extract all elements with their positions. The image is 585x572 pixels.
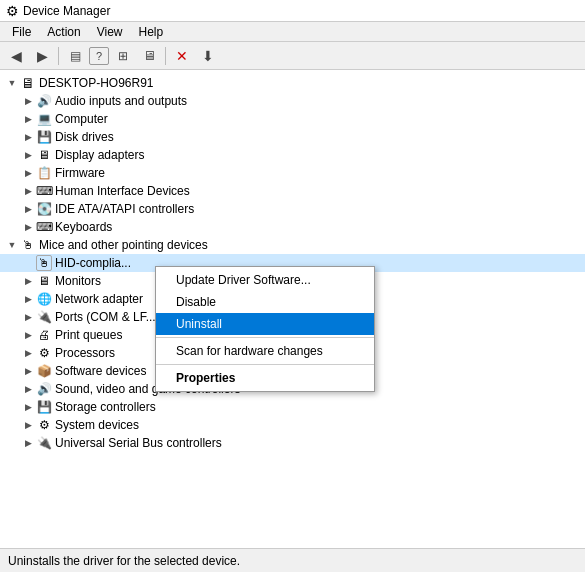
software-expand[interactable]: ▶ bbox=[20, 363, 36, 379]
processors-icon: ⚙ bbox=[36, 345, 52, 361]
network-label: Network adapter bbox=[55, 292, 143, 306]
menu-bar: File Action View Help bbox=[0, 22, 585, 42]
audio-expand[interactable]: ▶ bbox=[20, 93, 36, 109]
menu-action[interactable]: Action bbox=[39, 23, 88, 41]
hid-icon: ⌨ bbox=[36, 183, 52, 199]
title-bar-icon: ⚙ bbox=[6, 3, 19, 19]
keyboards-icon: ⌨ bbox=[36, 219, 52, 235]
toolbar-separator-2 bbox=[165, 47, 166, 65]
diskdrives-expand[interactable]: ▶ bbox=[20, 129, 36, 145]
toolbar-help[interactable]: ? bbox=[89, 47, 109, 65]
usb-expand[interactable]: ▶ bbox=[20, 435, 36, 451]
toolbar-separator-1 bbox=[58, 47, 59, 65]
printqueues-label: Print queues bbox=[55, 328, 122, 342]
ideata-expand[interactable]: ▶ bbox=[20, 201, 36, 217]
firmware-expand[interactable]: ▶ bbox=[20, 165, 36, 181]
display-icon: 🖥 bbox=[36, 147, 52, 163]
mice-expand[interactable]: ▼ bbox=[4, 237, 20, 253]
processors-label: Processors bbox=[55, 346, 115, 360]
root-label: DESKTOP-HO96R91 bbox=[39, 76, 154, 90]
root-expand[interactable]: ▼ bbox=[4, 75, 20, 91]
monitors-icon: 🖥 bbox=[36, 273, 52, 289]
tree-root[interactable]: ▼ 🖥 DESKTOP-HO96R91 bbox=[0, 74, 585, 92]
keyboards-expand[interactable]: ▶ bbox=[20, 219, 36, 235]
toolbar-grid[interactable]: ⊞ bbox=[111, 45, 135, 67]
context-update[interactable]: Update Driver Software... bbox=[156, 269, 374, 291]
title-bar-title: Device Manager bbox=[23, 4, 110, 18]
context-properties[interactable]: Properties bbox=[156, 367, 374, 389]
usb-label: Universal Serial Bus controllers bbox=[55, 436, 222, 450]
computer-expand[interactable]: ▶ bbox=[20, 111, 36, 127]
context-separator-2 bbox=[156, 364, 374, 365]
status-text: Uninstalls the driver for the selected d… bbox=[8, 554, 240, 568]
network-expand[interactable]: ▶ bbox=[20, 291, 36, 307]
ideata-icon: 💽 bbox=[36, 201, 52, 217]
ports-icon: 🔌 bbox=[36, 309, 52, 325]
toolbar-forward[interactable]: ▶ bbox=[30, 45, 54, 67]
toolbar-monitor[interactable]: 🖥 bbox=[137, 45, 161, 67]
network-icon: 🌐 bbox=[36, 291, 52, 307]
tree-item-audio[interactable]: ▶ 🔊 Audio inputs and outputs bbox=[0, 92, 585, 110]
monitors-label: Monitors bbox=[55, 274, 101, 288]
tree-item-storage[interactable]: ▶ 💾 Storage controllers bbox=[0, 398, 585, 416]
audio-label: Audio inputs and outputs bbox=[55, 94, 187, 108]
systemdevices-icon: ⚙ bbox=[36, 417, 52, 433]
tree-item-firmware[interactable]: ▶ 📋 Firmware bbox=[0, 164, 585, 182]
context-scan[interactable]: Scan for hardware changes bbox=[156, 340, 374, 362]
mice-icon: 🖱 bbox=[20, 237, 36, 253]
display-expand[interactable]: ▶ bbox=[20, 147, 36, 163]
display-label: Display adapters bbox=[55, 148, 144, 162]
main-content: ▼ 🖥 DESKTOP-HO96R91 ▶ 🔊 Audio inputs and… bbox=[0, 70, 585, 548]
ports-expand[interactable]: ▶ bbox=[20, 309, 36, 325]
hid-compliant-icon: 🖱 bbox=[36, 255, 52, 271]
tree-item-keyboards[interactable]: ▶ ⌨ Keyboards bbox=[0, 218, 585, 236]
toolbar-back[interactable]: ◀ bbox=[4, 45, 28, 67]
firmware-icon: 📋 bbox=[36, 165, 52, 181]
context-uninstall[interactable]: Uninstall bbox=[156, 313, 374, 335]
firmware-label: Firmware bbox=[55, 166, 105, 180]
storage-label: Storage controllers bbox=[55, 400, 156, 414]
storage-expand[interactable]: ▶ bbox=[20, 399, 36, 415]
software-icon: 📦 bbox=[36, 363, 52, 379]
systemdevices-expand[interactable]: ▶ bbox=[20, 417, 36, 433]
tree-item-diskdrives[interactable]: ▶ 💾 Disk drives bbox=[0, 128, 585, 146]
tree-item-usb[interactable]: ▶ 🔌 Universal Serial Bus controllers bbox=[0, 434, 585, 452]
ideata-label: IDE ATA/ATAPI controllers bbox=[55, 202, 194, 216]
status-bar: Uninstalls the driver for the selected d… bbox=[0, 548, 585, 572]
keyboards-label: Keyboards bbox=[55, 220, 112, 234]
toolbar: ◀ ▶ ▤ ? ⊞ 🖥 ✕ ⬇ bbox=[0, 42, 585, 70]
toolbar-list[interactable]: ▤ bbox=[63, 45, 87, 67]
sound-expand[interactable]: ▶ bbox=[20, 381, 36, 397]
toolbar-download[interactable]: ⬇ bbox=[196, 45, 220, 67]
diskdrives-icon: 💾 bbox=[36, 129, 52, 145]
storage-icon: 💾 bbox=[36, 399, 52, 415]
title-bar: ⚙ Device Manager bbox=[0, 0, 585, 22]
printqueues-expand[interactable]: ▶ bbox=[20, 327, 36, 343]
tree-item-hid[interactable]: ▶ ⌨ Human Interface Devices bbox=[0, 182, 585, 200]
monitors-expand[interactable]: ▶ bbox=[20, 273, 36, 289]
printqueues-icon: 🖨 bbox=[36, 327, 52, 343]
tree-item-ideata[interactable]: ▶ 💽 IDE ATA/ATAPI controllers bbox=[0, 200, 585, 218]
menu-help[interactable]: Help bbox=[131, 23, 172, 41]
diskdrives-label: Disk drives bbox=[55, 130, 114, 144]
context-menu: Update Driver Software... Disable Uninst… bbox=[155, 266, 375, 392]
processors-expand[interactable]: ▶ bbox=[20, 345, 36, 361]
root-icon: 🖥 bbox=[20, 75, 36, 91]
computer-icon: 💻 bbox=[36, 111, 52, 127]
hid-expand[interactable]: ▶ bbox=[20, 183, 36, 199]
context-disable[interactable]: Disable bbox=[156, 291, 374, 313]
context-separator bbox=[156, 337, 374, 338]
toolbar-delete[interactable]: ✕ bbox=[170, 45, 194, 67]
audio-icon: 🔊 bbox=[36, 93, 52, 109]
menu-file[interactable]: File bbox=[4, 23, 39, 41]
tree-item-computer[interactable]: ▶ 💻 Computer bbox=[0, 110, 585, 128]
hid-compliant-label: HID-complia... bbox=[55, 256, 131, 270]
tree-item-systemdevices[interactable]: ▶ ⚙ System devices bbox=[0, 416, 585, 434]
tree-item-display[interactable]: ▶ 🖥 Display adapters bbox=[0, 146, 585, 164]
tree-item-mice[interactable]: ▼ 🖱 Mice and other pointing devices bbox=[0, 236, 585, 254]
hid-compliant-expand[interactable] bbox=[20, 255, 36, 271]
mice-label: Mice and other pointing devices bbox=[39, 238, 208, 252]
menu-view[interactable]: View bbox=[89, 23, 131, 41]
sound-icon: 🔊 bbox=[36, 381, 52, 397]
usb-icon: 🔌 bbox=[36, 435, 52, 451]
